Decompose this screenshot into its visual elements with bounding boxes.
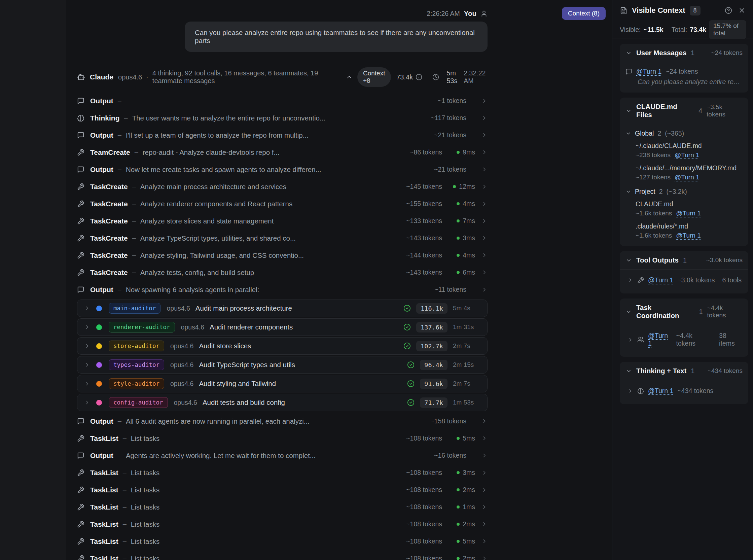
chevron-down-icon[interactable] [626, 368, 632, 374]
chevron-right-icon[interactable] [481, 487, 488, 493]
agent-row-main-auditor[interactable]: main-auditoropus4.6Audit main process ar… [77, 300, 488, 317]
chevron-right-icon[interactable] [481, 235, 488, 241]
timeline-entry-thinking[interactable]: Thinking–The user wants me to analyze th… [77, 109, 488, 126]
turn-link[interactable]: @Turn 1 [648, 387, 673, 395]
entry-label: Output [90, 131, 114, 139]
entry-duration: 2ms [451, 555, 475, 560]
timeline-entry-tasklist[interactable]: TaskList–List tasks~108 tokens5ms [77, 533, 488, 550]
turn-link[interactable]: @Turn 1 [675, 174, 699, 181]
agent-row-style-auditor[interactable]: style-auditoropus4.6Audit styling and Ta… [77, 375, 488, 393]
chevron-down-icon[interactable] [626, 189, 631, 195]
timeline-entry-taskcreate[interactable]: TaskCreate–Analyze styling, Tailwind usa… [77, 247, 488, 264]
chevron-down-icon[interactable] [626, 257, 632, 263]
agent-row-renderer-auditor[interactable]: renderer-auditoropus4.6Audit renderer co… [77, 318, 488, 336]
chevron-right-icon[interactable] [481, 469, 488, 476]
turn-link[interactable]: @Turn 1 [648, 332, 672, 347]
timeline-entry-taskcreate[interactable]: TaskCreate–Analyze store slices and stat… [77, 212, 488, 229]
timeline-entry-taskcreate[interactable]: TaskCreate–Analyze main process architec… [77, 178, 488, 195]
file-group-header[interactable]: Project2(~3.2k) [626, 188, 742, 196]
context-item-row: @Turn 1~3.0k tokens6 tools [626, 275, 742, 287]
entry-description: Analyze styling, Tailwind usage, and CSS… [140, 252, 400, 259]
expand-chevron-right-icon[interactable] [84, 381, 90, 387]
turn-link[interactable]: @Turn 1 [675, 152, 699, 159]
separator-dot: · [146, 73, 148, 81]
timeline-entry-tasklist[interactable]: TaskList–List tasks~108 tokens2ms [77, 516, 488, 533]
entry-dash: – [135, 148, 138, 156]
section-header[interactable]: Tool Outputs1~3.0k tokens [620, 251, 748, 269]
turn-link[interactable]: @Turn 1 [648, 276, 673, 284]
expand-chevron-right-icon[interactable] [84, 399, 90, 405]
timeline-entry-output[interactable]: Output–I'll set up a team of agents to a… [77, 126, 488, 144]
file-list: ~/.claude/CLAUDE.md~238 tokens@Turn 1~/.… [635, 142, 742, 181]
chevron-down-icon[interactable] [626, 108, 632, 114]
chevron-right-icon[interactable] [481, 538, 488, 544]
timeline-entry-taskcreate[interactable]: TaskCreate–Analyze renderer components a… [77, 195, 488, 212]
chevron-right-icon[interactable] [628, 337, 633, 343]
chevron-right-icon[interactable] [481, 435, 488, 442]
expand-chevron-right-icon[interactable] [84, 305, 90, 311]
turn-link[interactable]: @Turn 1 [636, 68, 662, 75]
chevron-down-icon[interactable] [626, 308, 632, 315]
agent-row-store-auditor[interactable]: store-auditoropus4.6Audit store slices10… [77, 337, 488, 355]
chevron-right-icon[interactable] [481, 286, 488, 293]
agent-row-types-auditor[interactable]: types-auditoropus4.6Audit TypeScript typ… [77, 356, 488, 374]
expand-chevron-right-icon[interactable] [84, 362, 90, 368]
check-circle-icon [407, 380, 414, 387]
timeline-entry-tasklist[interactable]: TaskList–List tasks~108 tokens2ms [77, 550, 488, 560]
chevron-down-icon[interactable] [626, 50, 632, 56]
info-icon[interactable] [415, 74, 422, 80]
entry-label: TaskCreate [90, 234, 128, 242]
section-header[interactable]: User Messages1~24 tokens [620, 44, 748, 62]
chevron-down-icon[interactable] [626, 131, 631, 136]
chevron-right-icon[interactable] [481, 452, 488, 459]
entry-token-count: ~108 tokens [406, 503, 442, 511]
expand-chevron-right-icon[interactable] [84, 324, 90, 330]
file-group-header[interactable]: Global2(~365) [626, 129, 742, 137]
section-header[interactable]: CLAUDE.md Files4~3.5k tokens [620, 98, 748, 124]
timeline-entry-output[interactable]: Output–Now spawning 6 analysis agents in… [77, 281, 488, 298]
turn-link[interactable]: @Turn 1 [676, 232, 701, 239]
chevron-right-icon[interactable] [481, 183, 488, 190]
chevron-right-icon[interactable] [481, 269, 488, 276]
timeline-entry-tasklist[interactable]: TaskList–List tasks~108 tokens5ms [77, 430, 488, 447]
chevron-right-icon[interactable] [628, 388, 633, 394]
percent-of-total-badge: 15.7% of total [709, 20, 746, 39]
chevron-right-icon[interactable] [481, 504, 488, 510]
chevron-right-icon[interactable] [481, 132, 488, 138]
chevron-right-icon[interactable] [481, 521, 488, 527]
chevron-right-icon[interactable] [481, 115, 488, 121]
chevron-right-icon[interactable] [481, 218, 488, 224]
timeline-entry-tasklist[interactable]: TaskList–List tasks~108 tokens3ms [77, 464, 488, 481]
section-token-count: ~4.4k tokens [707, 304, 742, 319]
context-pill-button[interactable]: Context +8 [357, 67, 391, 87]
chevron-right-icon[interactable] [481, 418, 488, 424]
timeline-entry-taskcreate[interactable]: TaskCreate–Analyze TypeScript types, uti… [77, 229, 488, 247]
timeline-entry-tasklist[interactable]: TaskList–List tasks~108 tokens2ms [77, 481, 488, 498]
expand-chevron-right-icon[interactable] [84, 343, 90, 349]
timeline-entry-taskcreate[interactable]: TaskCreate–Analyze tests, config, and bu… [77, 264, 488, 281]
timeline-entry-tasklist[interactable]: TaskList–List tasks~108 tokens1ms [77, 498, 488, 516]
chevron-right-icon[interactable] [481, 555, 488, 560]
entry-description: List tasks [131, 435, 400, 443]
chevron-right-icon[interactable] [481, 166, 488, 173]
agent-row-config-auditor[interactable]: config-auditoropus4.6Audit tests and bui… [77, 394, 488, 411]
chevron-right-icon[interactable] [481, 201, 488, 207]
help-icon[interactable] [725, 7, 732, 14]
timeline-entry-teamcreate[interactable]: TeamCreate–repo-audit - Analyze claude-d… [77, 144, 488, 161]
context-count-button[interactable]: Context (8) [562, 7, 606, 20]
collapse-turn-chevron-up-icon[interactable] [346, 74, 353, 80]
chevron-right-icon[interactable] [481, 149, 488, 156]
close-icon[interactable] [738, 7, 746, 14]
file-name: ~/.claude/CLAUDE.md [635, 142, 742, 150]
timeline-entry-output[interactable]: Output–~1 tokens [77, 92, 488, 109]
chevron-right-icon[interactable] [481, 98, 488, 104]
timeline-entry-output[interactable]: Output–Agents are actively working. Let … [77, 447, 488, 464]
section-header[interactable]: Thinking + Text1~434 tokens [620, 362, 748, 380]
chevron-right-icon[interactable] [628, 277, 633, 283]
chevron-right-icon[interactable] [481, 252, 488, 258]
turn-link[interactable]: @Turn 1 [676, 210, 701, 217]
entry-dash: – [118, 131, 121, 139]
timeline-entry-output[interactable]: Output–Now let me create tasks and spawn… [77, 161, 488, 178]
section-header[interactable]: Task Coordination1~4.4k tokens [620, 299, 748, 325]
timeline-entry-output[interactable]: Output–All 6 audit agents are now runnin… [77, 413, 488, 430]
